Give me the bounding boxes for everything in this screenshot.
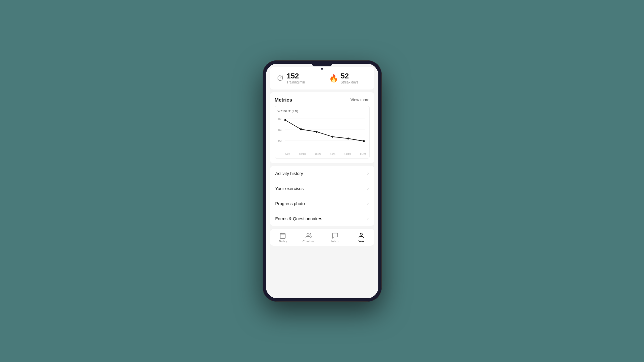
svg-point-11	[360, 233, 362, 236]
app-content: ⏱ 152 Training min 🔥 52 Streak days	[266, 64, 378, 298]
x-label-1: 9/28	[285, 153, 290, 156]
forms-questionnaires-item[interactable]: Forms & Questionnaires ›	[270, 211, 374, 226]
you-label: You	[358, 240, 364, 243]
svg-text:162: 162	[278, 128, 282, 132]
activity-history-label: Activity history	[275, 171, 303, 176]
activity-history-item[interactable]: Activity history ›	[270, 166, 374, 181]
bottom-nav: Today Coaching	[270, 229, 374, 246]
training-stat: ⏱ 152 Training min	[277, 72, 315, 84]
metrics-header: Metrics View more	[275, 97, 370, 103]
svg-text:165: 165	[278, 117, 282, 121]
streak-stat: 🔥 52 Streak days	[329, 72, 368, 84]
chart-ylabel: WEIGHT (LB)	[278, 110, 367, 113]
progress-photo-item[interactable]: Progress photo ›	[270, 196, 374, 211]
data-point-3	[316, 131, 317, 133]
training-stat-text: 152 Training min	[287, 72, 305, 84]
stat-divider	[322, 74, 322, 83]
nav-you[interactable]: You	[348, 231, 374, 244]
nav-today[interactable]: Today	[270, 231, 296, 244]
weight-chart: WEIGHT (LB) 165 162 159	[275, 106, 370, 159]
svg-text:159: 159	[278, 139, 282, 143]
streak-label: Streak days	[341, 80, 359, 84]
phone-notch	[312, 64, 332, 66]
today-icon	[279, 232, 286, 239]
progress-photo-label: Progress photo	[275, 201, 305, 206]
x-label-6: 11/26	[360, 153, 366, 156]
data-point-4	[331, 136, 333, 138]
training-label: Training min	[287, 80, 305, 84]
you-icon	[358, 232, 365, 239]
data-point-6	[363, 140, 365, 142]
metrics-title: Metrics	[275, 97, 292, 103]
svg-point-10	[307, 233, 309, 236]
flame-icon: 🔥	[329, 74, 338, 83]
metrics-section: Metrics View more WEIGHT (LB)	[270, 92, 374, 163]
chart-svg: 165 162 159	[278, 115, 367, 152]
chart-area: 165 162 159	[278, 115, 367, 152]
view-more-button[interactable]: View more	[351, 98, 369, 102]
coaching-icon	[306, 232, 312, 239]
weight-line	[285, 120, 364, 141]
activity-history-chevron: ›	[367, 171, 369, 176]
today-label: Today	[279, 240, 287, 243]
inbox-label: Inbox	[331, 240, 339, 243]
your-exercises-item[interactable]: Your exercises ›	[270, 181, 374, 196]
nav-inbox[interactable]: Inbox	[322, 231, 348, 244]
progress-photo-chevron: ›	[367, 201, 369, 206]
x-labels: 9/28 10/10 10/22 11/3 11/15 11/26	[278, 153, 367, 156]
your-exercises-label: Your exercises	[275, 186, 304, 191]
streak-stat-text: 52 Streak days	[341, 72, 359, 84]
svg-rect-6	[280, 233, 285, 238]
phone-screen: ⏱ 152 Training min 🔥 52 Streak days	[266, 64, 378, 298]
inbox-icon	[332, 232, 338, 239]
streak-value: 52	[341, 72, 359, 80]
coaching-label: Coaching	[303, 240, 315, 243]
forms-questionnaires-chevron: ›	[367, 216, 369, 221]
data-point-5	[347, 137, 349, 139]
nav-coaching[interactable]: Coaching	[296, 231, 322, 244]
forms-questionnaires-label: Forms & Questionnaires	[275, 216, 322, 221]
x-label-4: 11/3	[330, 153, 335, 156]
data-point-2	[300, 128, 302, 130]
phone-camera	[321, 68, 323, 70]
training-value: 152	[287, 72, 305, 80]
data-point-1	[284, 119, 286, 121]
x-label-5: 11/15	[344, 153, 351, 156]
x-label-3: 10/22	[315, 153, 321, 156]
your-exercises-chevron: ›	[367, 186, 369, 191]
phone-device: ⏱ 152 Training min 🔥 52 Streak days	[263, 60, 382, 302]
x-label-2: 10/10	[299, 153, 306, 156]
stats-row: ⏱ 152 Training min 🔥 52 Streak days	[270, 67, 374, 89]
menu-section: Activity history › Your exercises › Prog…	[270, 166, 374, 226]
timer-icon: ⏱	[277, 74, 284, 83]
app-screen: ⏱ 152 Training min 🔥 52 Streak days	[266, 64, 378, 298]
